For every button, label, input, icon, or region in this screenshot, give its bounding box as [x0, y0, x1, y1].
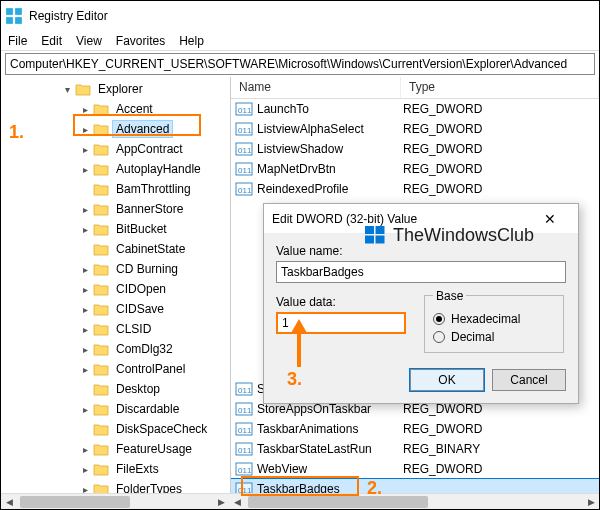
chevron-right-icon[interactable]: ▸ — [79, 123, 91, 135]
svg-text:011: 011 — [238, 146, 252, 155]
scroll-right-icon[interactable]: ▶ — [583, 494, 599, 510]
tree-item[interactable]: ▸FeatureUsage — [3, 439, 230, 459]
tree-item[interactable]: ▸FileExts — [3, 459, 230, 479]
tree-item[interactable]: ▸ComDlg32 — [3, 339, 230, 359]
radio-hex[interactable]: Hexadecimal — [433, 312, 555, 326]
value-name-input[interactable] — [276, 261, 566, 283]
tree-item[interactable]: ▸AutoplayHandle — [3, 159, 230, 179]
chevron-right-icon[interactable]: ▸ — [79, 303, 91, 315]
tree-item[interactable]: ▸CIDOpen — [3, 279, 230, 299]
tree-item[interactable]: ▸BamThrottling — [3, 179, 230, 199]
col-type-header[interactable]: Type — [401, 77, 599, 98]
menu-edit[interactable]: Edit — [41, 34, 62, 48]
menu-file[interactable]: File — [8, 34, 27, 48]
radio-icon[interactable] — [433, 313, 445, 325]
tree-item[interactable]: ▸CIDSave — [3, 299, 230, 319]
chevron-right-icon[interactable]: ▸ — [79, 323, 91, 335]
base-label: Base — [433, 289, 466, 303]
tree-item[interactable]: ▸FolderTypes — [3, 479, 230, 493]
value-name: TaskbarAnimations — [257, 422, 403, 436]
radio-icon[interactable] — [433, 331, 445, 343]
folder-icon — [93, 402, 109, 416]
tree-item-explorer[interactable]: ▾ Explorer — [3, 79, 230, 99]
tree-pane[interactable]: ▾ Explorer ▸Accent▸Advanced▸AppContract▸… — [1, 77, 231, 493]
dword-value-icon: 011 — [235, 421, 253, 437]
value-type: REG_DWORD — [403, 462, 599, 476]
value-type: REG_DWORD — [403, 402, 599, 416]
chevron-right-icon[interactable]: ▸ — [79, 103, 91, 115]
scroll-right-icon[interactable]: ▶ — [213, 494, 229, 510]
close-icon[interactable]: ✕ — [530, 211, 570, 227]
chevron-right-icon[interactable]: ▸ — [79, 483, 91, 493]
scroll-left-icon[interactable]: ◀ — [1, 494, 17, 510]
list-row[interactable]: 011LaunchToREG_DWORD — [231, 99, 599, 119]
svg-text:011: 011 — [238, 426, 252, 435]
svg-rect-1 — [15, 8, 22, 15]
list-row[interactable]: 011TaskbarAnimationsREG_DWORD — [231, 419, 599, 439]
radio-dec[interactable]: Decimal — [433, 330, 555, 344]
folder-icon — [93, 342, 109, 356]
value-type: REG_BINARY — [403, 442, 599, 456]
value-type: REG_DWORD — [403, 102, 599, 116]
list-row[interactable]: 011ReindexedProfileREG_DWORD — [231, 179, 599, 199]
tree-item[interactable]: ▸BannerStore — [3, 199, 230, 219]
tree-label: FileExts — [113, 461, 162, 477]
list-row[interactable]: 011WebViewREG_DWORD — [231, 459, 599, 479]
tree-label: FeatureUsage — [113, 441, 195, 457]
folder-icon — [93, 442, 109, 456]
address-bar[interactable]: Computer\HKEY_CURRENT_USER\SOFTWARE\Micr… — [5, 53, 595, 75]
folder-icon — [93, 322, 109, 336]
tree-item[interactable]: ▸BitBucket — [3, 219, 230, 239]
menu-help[interactable]: Help — [179, 34, 204, 48]
list-row[interactable]: 011ListviewAlphaSelectREG_DWORD — [231, 119, 599, 139]
menu-view[interactable]: View — [76, 34, 102, 48]
tree-label: CLSID — [113, 321, 154, 337]
tree-label: DiskSpaceCheck — [113, 421, 210, 437]
menu-favorites[interactable]: Favorites — [116, 34, 165, 48]
tree-item[interactable]: ▸Discardable — [3, 399, 230, 419]
tree-item[interactable]: ▸Advanced — [3, 119, 230, 139]
chevron-right-icon[interactable]: ▸ — [79, 403, 91, 415]
tree-item[interactable]: ▸Desktop — [3, 379, 230, 399]
chevron-right-icon[interactable]: ▸ — [79, 163, 91, 175]
chevron-right-icon[interactable]: ▸ — [79, 363, 91, 375]
chevron-right-icon[interactable]: ▸ — [79, 463, 91, 475]
chevron-right-icon[interactable]: ▸ — [79, 203, 91, 215]
tree-label: Discardable — [113, 401, 182, 417]
chevron-right-icon[interactable]: ▸ — [79, 223, 91, 235]
tree-item[interactable]: ▸AppContract — [3, 139, 230, 159]
chevron-right-icon[interactable]: ▸ — [79, 143, 91, 155]
scroll-left-icon[interactable]: ◀ — [229, 494, 245, 510]
list-row[interactable]: 011ListviewShadowREG_DWORD — [231, 139, 599, 159]
svg-rect-2 — [6, 17, 13, 24]
chevron-right-icon[interactable]: ▸ — [79, 443, 91, 455]
chevron-right-icon[interactable]: ▸ — [79, 263, 91, 275]
tree-item[interactable]: ▸CabinetState — [3, 239, 230, 259]
tree-scrollbar-thumb[interactable] — [20, 496, 130, 508]
tree-item[interactable]: ▸Accent — [3, 99, 230, 119]
value-data-label: Value data: — [276, 295, 408, 309]
ok-button[interactable]: OK — [410, 369, 484, 391]
list-header[interactable]: Name Type — [231, 77, 599, 99]
list-scrollbar-thumb[interactable] — [248, 496, 428, 508]
chevron-down-icon[interactable]: ▾ — [61, 83, 73, 95]
value-type: REG_DWORD — [403, 142, 599, 156]
list-row[interactable]: 011TaskbarBadges — [231, 479, 599, 493]
svg-text:011: 011 — [238, 446, 252, 455]
value-data-input[interactable] — [276, 312, 406, 334]
value-type: REG_DWORD — [403, 422, 599, 436]
tree-item[interactable]: ▸CLSID — [3, 319, 230, 339]
dword-value-icon: 011 — [235, 101, 253, 117]
horizontal-scrollbars: ◀ ▶ ◀ ▶ — [1, 493, 599, 509]
col-name-header[interactable]: Name — [231, 77, 401, 98]
chevron-right-icon[interactable]: ▸ — [79, 343, 91, 355]
chevron-right-icon[interactable]: ▸ — [79, 283, 91, 295]
svg-text:011: 011 — [238, 406, 252, 415]
tree-item[interactable]: ▸ControlPanel — [3, 359, 230, 379]
list-row[interactable]: 011MapNetDrvBtnREG_DWORD — [231, 159, 599, 179]
tree-item[interactable]: ▸DiskSpaceCheck — [3, 419, 230, 439]
tree-item[interactable]: ▸CD Burning — [3, 259, 230, 279]
list-row[interactable]: 011TaskbarStateLastRunREG_BINARY — [231, 439, 599, 459]
cancel-button[interactable]: Cancel — [492, 369, 566, 391]
dialog-titlebar[interactable]: Edit DWORD (32-bit) Value ✕ — [264, 204, 578, 234]
